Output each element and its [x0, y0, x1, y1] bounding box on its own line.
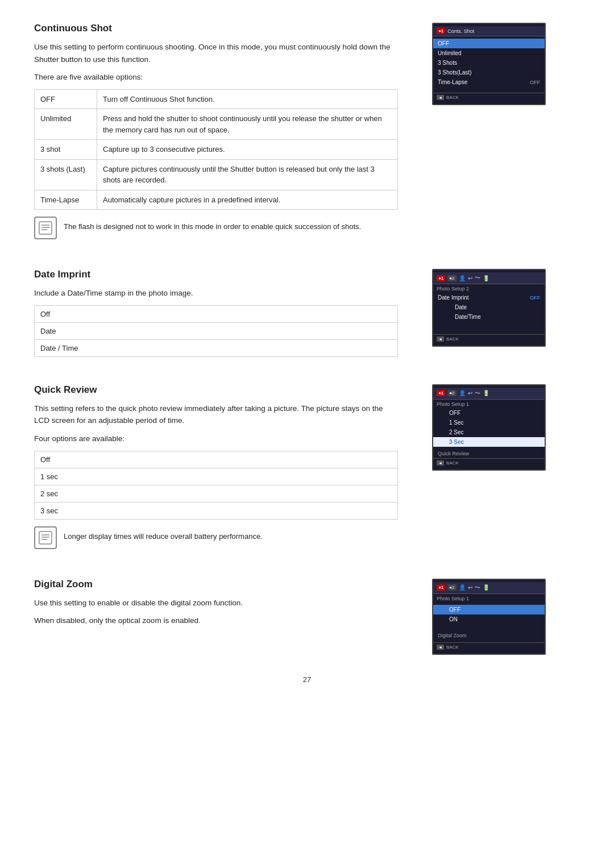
cam-footer: ◄ BACK	[433, 93, 545, 102]
continuous-shot-section: Continuous Shot Use this setting to perf…	[34, 23, 580, 248]
quick-review-cam-screen: ●1 ●2 👤 ↩ 〜 🔋 Photo Setup 1 OFF 1 Sec	[432, 384, 546, 471]
cam-item-value: OFF	[530, 80, 540, 85]
digital-zoom-cam-panel: ●1 ●2 👤 ↩ 〜 🔋 Photo Setup 1 OFF ON	[432, 579, 546, 655]
quick-review-table: Off 1 sec 2 sec 3 sec	[34, 451, 398, 520]
cam-header: ●1 ●2 👤 ↩ 〜 🔋	[433, 272, 545, 284]
quick-review-note: Longer display times will reduce overall…	[34, 526, 398, 549]
continuous-shot-note-text: The flash is designed not to work in thi…	[64, 217, 361, 233]
cam-mode-icon2: ●2	[447, 390, 456, 396]
cam-item-label: Unlimited	[438, 50, 462, 56]
cam-menu-item-3sec: 3 Sec	[433, 437, 545, 447]
cam-menu-item-3shots: 3 Shots	[433, 58, 545, 68]
continuous-shot-main: Continuous Shot Use this setting to perf…	[34, 23, 398, 248]
quick-review-desc: This setting refers to the quick photo r…	[34, 402, 398, 427]
cam-header: ●1 Conts. Shot	[433, 26, 545, 36]
back-icon: ◄	[437, 645, 444, 650]
cam-icon-row: ●1 ●2 👤 ↩ 〜 🔋	[437, 274, 489, 282]
cam-icon-wave: 〜	[475, 584, 480, 592]
option-desc: Press and hold the shutter to shoot cont…	[97, 109, 398, 140]
cam-footer: ◄ BACK	[433, 642, 545, 651]
back-label: BACK	[446, 645, 459, 650]
table-row: OFF Turn off Continuous Shot function.	[35, 89, 398, 109]
date-imprint-title: Date Imprint	[34, 269, 398, 280]
cam-footer: ◄ BACK	[433, 334, 545, 343]
cam-item-label: ON	[449, 616, 458, 622]
table-row: Off	[35, 451, 398, 468]
table-row: Date / Time	[35, 339, 398, 356]
cam-item-label: 3 Shots	[438, 60, 457, 66]
option-label: 3 shot	[35, 140, 97, 160]
date-imprint-cam-screen: ●1 ●2 👤 ↩ 〜 🔋 Photo Setup 2 Date Imprint…	[432, 269, 546, 347]
cam-menu-item-off: OFF	[433, 605, 545, 614]
quick-review-title: Quick Review	[34, 384, 398, 396]
cam-mode-icon: ●1	[437, 28, 445, 34]
option-label: Date / Time	[35, 339, 398, 356]
cam-item-label: 3 Shots(Last)	[438, 69, 471, 76]
cam-icon-battery: 🔋	[483, 275, 489, 281]
table-row: 3 shot Capture up to 3 consecutive pictu…	[35, 140, 398, 160]
option-label: 2 sec	[35, 485, 398, 502]
date-imprint-cam-panel: ●1 ●2 👤 ↩ 〜 🔋 Photo Setup 2 Date Imprint…	[432, 269, 546, 347]
table-row: 3 sec	[35, 502, 398, 519]
continuous-shot-title: Continuous Shot	[34, 23, 398, 34]
date-imprint-table: Off Date Date / Time	[34, 305, 398, 357]
cam-menu-item-2sec: 2 Sec	[433, 427, 545, 437]
cam-icon-arrow1: ↩	[468, 390, 472, 396]
cam-menu-item-off: OFF	[433, 408, 545, 418]
cam-menu-row-label: Digital Zoom	[433, 631, 545, 640]
cam-item-label: Date/Time	[455, 314, 481, 320]
cam-item-label: OFF	[449, 607, 460, 613]
back-icon: ◄	[437, 460, 444, 466]
date-imprint-desc: Include a Date/Time stamp in the photo i…	[34, 287, 398, 300]
cam-icon-row: ●1 ●2 👤 ↩ 〜 🔋	[437, 389, 489, 397]
option-label: Off	[35, 451, 398, 468]
back-label: BACK	[446, 337, 459, 342]
cam-mode-icon2: ●2	[447, 275, 456, 281]
cam-menu-item-1sec: 1 Sec	[433, 418, 545, 427]
table-row: 1 sec	[35, 468, 398, 485]
option-label: OFF	[35, 89, 97, 109]
cam-menu-item-date: Date	[433, 302, 545, 312]
cam-menu-row-label: Date Imprint OFF	[433, 293, 545, 302]
back-icon: ◄	[437, 95, 444, 100]
cam-icon-wave: 〜	[475, 274, 480, 282]
continuous-shot-note: The flash is designed not to work in thi…	[34, 217, 398, 239]
cam-menu-item-3shots-last: 3 Shots(Last)	[433, 68, 545, 77]
cam-item-label: 2 Sec	[449, 429, 464, 435]
cam-item-label: 3 Sec	[449, 439, 464, 445]
svg-rect-4	[39, 531, 52, 544]
cam-mode-icon2: ●2	[447, 584, 456, 591]
cam-mode-icon1: ●1	[437, 275, 445, 281]
option-desc: Automatically capture pictures in a pred…	[97, 190, 398, 210]
cam-row-key: Digital Zoom	[438, 633, 467, 638]
table-row: Off	[35, 305, 398, 322]
quick-review-note-text: Longer display times will reduce overall…	[64, 526, 263, 543]
cam-item-label: Time-Lapse	[438, 79, 467, 85]
cam-footer: ◄ BACK	[433, 458, 545, 467]
back-label: BACK	[446, 95, 459, 100]
quick-review-cam-panel: ●1 ●2 👤 ↩ 〜 🔋 Photo Setup 1 OFF 1 Sec	[432, 384, 546, 471]
option-desc: Turn off Continuous Shot function.	[97, 89, 398, 109]
digital-zoom-title: Digital Zoom	[34, 579, 398, 590]
digital-zoom-desc2: When disabled, only the optical zoom is …	[34, 614, 398, 627]
option-label: 3 shots (Last)	[35, 159, 97, 190]
digital-zoom-main: Digital Zoom Use this setting to enable …	[34, 579, 398, 633]
quick-review-options-header: Four options are available:	[34, 433, 398, 445]
cam-icon-row: ●1 ●2 👤 ↩ 〜 🔋	[437, 584, 489, 592]
cam-item-label: 1 Sec	[449, 420, 464, 426]
cam-icon-wave: 〜	[475, 389, 480, 397]
page-number: 27	[34, 675, 580, 684]
cam-mode-icon1: ●1	[437, 584, 445, 591]
cam-menu-label: Conts. Shot	[447, 28, 474, 34]
cam-item-label: OFF	[449, 410, 460, 416]
option-label: Off	[35, 305, 398, 322]
cam-icon-arrow1: ↩	[468, 584, 472, 591]
cam-menu-item-off: OFF	[433, 39, 545, 48]
digital-zoom-section: Digital Zoom Use this setting to enable …	[34, 579, 580, 655]
cam-menu-item-datetime: Date/Time	[433, 312, 545, 322]
option-desc: Capture up to 3 consecutive pictures.	[97, 140, 398, 160]
table-row: 3 shots (Last) Capture pictures continuo…	[35, 159, 398, 190]
back-label: BACK	[446, 460, 459, 466]
cam-mode-icon1: ●1	[437, 390, 445, 396]
option-label: 3 sec	[35, 502, 398, 519]
